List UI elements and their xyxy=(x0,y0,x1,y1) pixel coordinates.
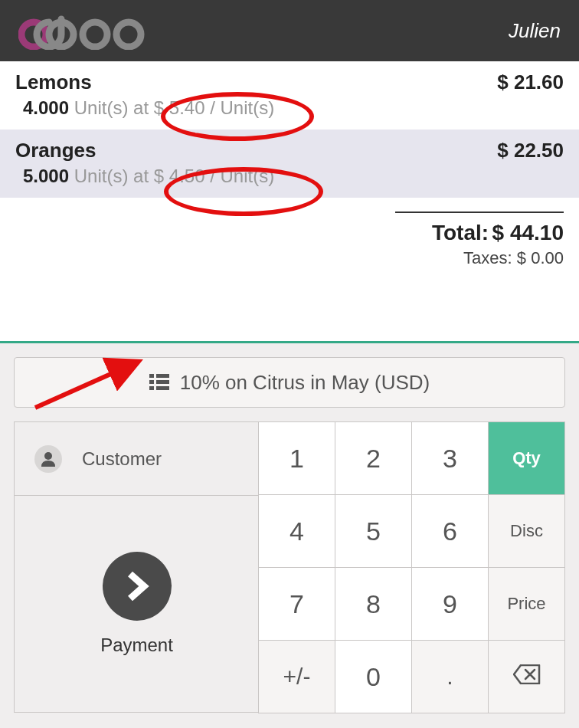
svg-rect-7 xyxy=(156,380,169,384)
total-label: Total: xyxy=(432,221,489,244)
order-totals: Total: $ 44.10 Taxes: $ 0.00 xyxy=(0,198,579,287)
odoo-logo xyxy=(18,11,155,50)
numpad: 1 2 3 Qty 4 5 6 Disc 7 8 9 Price +/- 0 . xyxy=(259,421,565,713)
svg-rect-8 xyxy=(149,386,154,390)
numpad-8[interactable]: 8 xyxy=(335,567,412,641)
numpad-7[interactable]: 7 xyxy=(258,567,335,641)
svg-point-2 xyxy=(83,22,107,47)
numpad-9[interactable]: 9 xyxy=(411,567,489,641)
order-line[interactable]: Oranges $ 22.50 5.000 Unit(s) at $ 4.50 … xyxy=(0,130,579,198)
svg-rect-6 xyxy=(149,380,154,384)
numpad-3[interactable]: 3 xyxy=(411,421,489,495)
svg-rect-4 xyxy=(149,374,154,378)
header: Julien xyxy=(0,0,579,61)
taxes-amount: $ 0.00 xyxy=(517,248,564,267)
taxes-label: Taxes: xyxy=(463,248,512,267)
svg-point-10 xyxy=(44,452,52,460)
line-name: Lemons xyxy=(15,71,92,94)
order-lines: Lemons $ 21.60 4.000 Unit(s) at $ 5.40 /… xyxy=(0,61,579,198)
list-icon xyxy=(149,374,169,391)
numpad-1[interactable]: 1 xyxy=(258,421,335,495)
line-total: $ 22.50 xyxy=(497,139,564,162)
line-name: Oranges xyxy=(15,139,96,162)
line-detail: 4.000 Unit(s) at $ 5.40 / Unit(s) xyxy=(15,97,564,119)
numpad-2[interactable]: 2 xyxy=(335,421,412,495)
mode-qty[interactable]: Qty xyxy=(488,421,565,495)
backspace-button[interactable] xyxy=(488,640,565,713)
svg-rect-5 xyxy=(156,374,169,378)
mode-price[interactable]: Price xyxy=(488,567,565,641)
user-icon xyxy=(34,445,62,473)
svg-point-3 xyxy=(116,22,141,47)
numpad-5[interactable]: 5 xyxy=(335,494,412,568)
backspace-icon xyxy=(513,664,541,690)
numpad-6[interactable]: 6 xyxy=(411,494,489,568)
order-line[interactable]: Lemons $ 21.60 4.000 Unit(s) at $ 5.40 /… xyxy=(0,61,579,130)
customer-label: Customer xyxy=(82,448,162,470)
mode-disc[interactable]: Disc xyxy=(488,494,565,568)
svg-rect-9 xyxy=(156,386,169,390)
numpad-0[interactable]: 0 xyxy=(335,640,412,713)
total-amount: $ 44.10 xyxy=(492,221,564,244)
numpad-dot[interactable]: . xyxy=(411,640,489,713)
numpad-sign[interactable]: +/- xyxy=(258,640,335,713)
chevron-right-icon xyxy=(103,552,172,621)
line-detail: 5.000 Unit(s) at $ 4.50 / Unit(s) xyxy=(15,166,564,187)
pricelist-button[interactable]: 10% on Citrus in May (USD) xyxy=(14,357,565,408)
user-name[interactable]: Julien xyxy=(509,19,561,43)
payment-button[interactable]: Payment xyxy=(15,496,259,712)
line-total: $ 21.60 xyxy=(497,71,564,94)
action-pad: 10% on Citrus in May (USD) Customer Paym… xyxy=(0,341,579,728)
payment-label: Payment xyxy=(100,635,173,656)
numpad-4[interactable]: 4 xyxy=(258,494,335,568)
customer-button[interactable]: Customer xyxy=(15,422,259,496)
pricelist-label: 10% on Citrus in May (USD) xyxy=(180,371,430,395)
